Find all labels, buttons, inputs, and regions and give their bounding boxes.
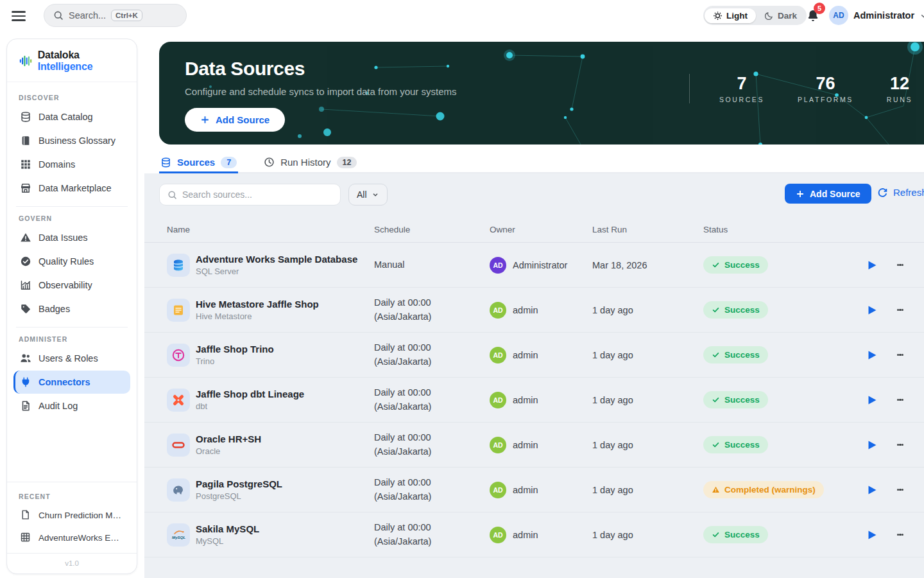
sidebar-item-business-glossary[interactable]: Business Glossary: [13, 129, 130, 152]
section-title: GOVERN: [19, 215, 125, 222]
source-name: Hive Metastore Jaffle Shop: [196, 299, 319, 310]
user-menu[interactable]: AD Administrator: [829, 5, 924, 26]
theme-light-button[interactable]: Light: [705, 8, 756, 23]
plus-icon: [796, 189, 805, 198]
theme-toggle: Light Dark: [703, 6, 807, 25]
sidebar-item-audit-log[interactable]: Audit Log: [13, 394, 130, 417]
owner-avatar: AD: [490, 347, 506, 363]
row-menu-button[interactable]: [891, 525, 910, 545]
table-row[interactable]: Jaffle Shop dbt Lineage dbt Daily at 00:…: [144, 378, 924, 423]
sidebar-item-users-roles[interactable]: Users & Roles: [13, 347, 130, 370]
main-content: Data Sources Configure and schedule sync…: [144, 31, 924, 578]
run-button[interactable]: [862, 301, 882, 320]
run-button[interactable]: [862, 525, 882, 545]
status-badge: Success: [703, 436, 768, 453]
run-button[interactable]: [862, 390, 882, 410]
brand[interactable]: Dataloka Intelligence: [7, 39, 137, 82]
sidebar-item-data-marketplace[interactable]: Data Marketplace: [13, 177, 130, 200]
sidebar-item-observability[interactable]: Observability: [13, 274, 130, 297]
hero-stat: 12 RUNS: [887, 74, 912, 103]
row-menu-button[interactable]: [891, 346, 910, 365]
dataloka-logo-icon: [19, 53, 33, 69]
sources-search-input[interactable]: [182, 189, 332, 200]
theme-dark-button[interactable]: Dark: [756, 8, 805, 23]
run-button[interactable]: [862, 256, 882, 275]
owner-avatar: AD: [490, 302, 506, 319]
source-type: Trino: [196, 356, 274, 366]
status-badge: Completed (warnings): [703, 481, 824, 498]
brand-suffix: Intelligence: [38, 61, 93, 72]
tab-run-history[interactable]: Run History 12: [262, 149, 358, 173]
tab-label: Sources: [177, 157, 215, 168]
sidebar-item-data-catalog[interactable]: Data Catalog: [13, 105, 130, 128]
status-badge: Success: [703, 301, 768, 319]
table-row[interactable]: Pagila PostgreSQL PostgreSQL Daily at 00…: [144, 468, 924, 512]
row-menu-button[interactable]: [891, 480, 910, 500]
menu-icon[interactable]: [12, 8, 26, 22]
table-row[interactable]: Oracle HR+SH Oracle Daily at 00:00(Asia/…: [144, 423, 924, 468]
check-icon: [712, 530, 720, 539]
section-title: DISCOVER: [19, 94, 125, 101]
sidebar-item-quality-rules[interactable]: Quality Rules: [13, 250, 130, 273]
table-row[interactable]: Hive Metastore Jaffle Shop Hive Metastor…: [144, 288, 924, 333]
stat-label: RUNS: [887, 96, 912, 103]
table-icon: [20, 532, 31, 543]
table-row[interactable]: Jaffle Shop Trino Trino Daily at 00:00(A…: [144, 333, 924, 378]
table-row[interactable]: MySQL Sakila MySQL MySQL Daily at 00:00(…: [144, 512, 924, 557]
sidebar-item-connectors[interactable]: Connectors: [13, 371, 130, 394]
last-run: 1 day ago: [592, 350, 703, 360]
refresh-icon: [877, 187, 888, 198]
run-button[interactable]: [862, 346, 882, 365]
hero-banner: Data Sources Configure and schedule sync…: [159, 42, 924, 144]
sidebar-item-label: Audit Log: [38, 401, 78, 411]
play-icon: [868, 440, 877, 450]
stat-value: 7: [719, 74, 764, 94]
sources-search[interactable]: [159, 184, 341, 206]
row-menu-button[interactable]: [891, 390, 910, 410]
sidebar-item-label: Badges: [38, 304, 70, 314]
check-icon: [712, 351, 720, 359]
row-menu-button[interactable]: [891, 256, 910, 275]
users-icon: [20, 353, 31, 364]
play-icon: [868, 350, 877, 360]
run-button[interactable]: [862, 480, 882, 500]
sidebar-item-badges[interactable]: Badges: [13, 297, 130, 320]
app-version: v1.0: [7, 553, 137, 574]
check-icon: [712, 441, 720, 449]
refresh-button[interactable]: Refresh: [877, 187, 924, 198]
hero-add-source-button[interactable]: Add Source: [185, 108, 285, 132]
search-placeholder: Search...: [69, 10, 106, 21]
sidebar-item-label: Domains: [38, 159, 75, 170]
chart-icon: [20, 279, 31, 291]
filter-dropdown[interactable]: All: [348, 184, 388, 206]
source-name: Pagila PostgreSQL: [196, 478, 282, 489]
recent-item[interactable]: Churn Prediction Model: [13, 504, 130, 526]
sqlserver-logo-icon: [167, 254, 190, 277]
recent-item[interactable]: AdventureWorks Enterpr...: [13, 527, 130, 548]
table-row[interactable]: Adventure Works Sample Database SQL Serv…: [144, 243, 924, 288]
play-icon: [868, 305, 877, 315]
filter-value: All: [357, 189, 367, 200]
tab-sources[interactable]: Sources 7: [159, 149, 238, 173]
global-search-input[interactable]: Search... Ctrl+K: [44, 4, 187, 27]
mysql-logo-icon: MySQL: [167, 523, 190, 547]
sidebar-item-data-issues[interactable]: Data Issues: [13, 226, 130, 249]
last-run: 1 day ago: [592, 530, 703, 540]
search-icon: [167, 190, 177, 200]
source-schedule: Daily at 00:00(Asia/Jakarta): [374, 431, 490, 458]
refresh-label: Refresh: [893, 187, 924, 198]
row-menu-button[interactable]: [891, 435, 910, 455]
column-header: Name: [167, 225, 374, 234]
sidebar-item-label: Business Glossary: [38, 136, 116, 146]
add-source-button[interactable]: Add Source: [785, 184, 871, 204]
notifications-button[interactable]: 5: [802, 5, 824, 27]
owner-avatar: AD: [490, 527, 506, 543]
brand-name: Dataloka: [38, 49, 80, 60]
tab-count-badge: 12: [337, 157, 357, 168]
sidebar-item-label: Observability: [38, 280, 92, 290]
theme-dark-label: Dark: [778, 11, 797, 21]
sidebar-item-domains[interactable]: Domains: [13, 153, 130, 176]
row-menu-button[interactable]: [891, 301, 910, 320]
run-button[interactable]: [862, 435, 882, 455]
source-schedule: Manual: [374, 258, 490, 272]
